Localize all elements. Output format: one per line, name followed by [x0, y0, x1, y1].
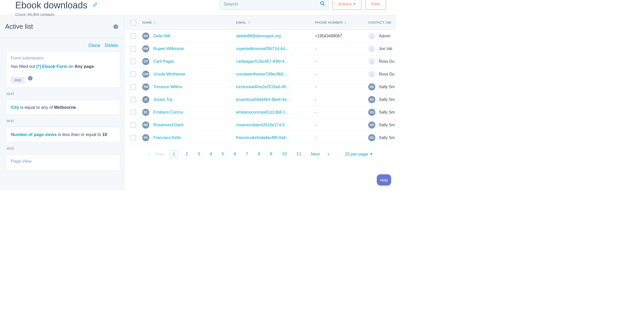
row-checkbox[interactable]: [131, 84, 136, 90]
contact-email[interactable]: jovanitoya59a4464-8be4-4e…: [236, 97, 291, 102]
row-checkbox[interactable]: [131, 71, 136, 77]
filter-token-link[interactable]: Number of page views: [11, 132, 57, 137]
col-owner[interactable]: CONTACT OW: [366, 21, 396, 24]
row-checkbox[interactable]: [131, 33, 136, 39]
pagination: ‹ Prev 1234567891011 Next › 25 per page: [124, 144, 396, 166]
page-number[interactable]: 7: [244, 150, 250, 158]
col-name[interactable]: NAME: [142, 21, 236, 24]
row-checkbox[interactable]: [131, 135, 136, 141]
contact-name[interactable]: Jovani Toy: [153, 97, 172, 102]
contact-avatar: RD: [142, 121, 149, 129]
next-link[interactable]: Next: [309, 151, 322, 158]
table-row[interactable]: CP Carli Pagac carlipagacf12bc457-43fd-4…: [124, 55, 396, 68]
row-checkbox[interactable]: [131, 97, 136, 102]
contact-name[interactable]: Carli Pagac: [153, 59, 174, 64]
contact-name[interactable]: Ursula Wintheiser: [153, 72, 185, 76]
save-button[interactable]: Save: [365, 0, 386, 10]
owner-avatar: SS: [368, 83, 375, 90]
col-email[interactable]: EMAIL: [236, 21, 315, 24]
contact-owner: Sally Sm: [379, 97, 395, 102]
contact-email[interactable]: franciscokirlinda4ecf89-0a4…: [236, 135, 290, 140]
filter-token-link[interactable]: City: [11, 105, 19, 110]
delete-link[interactable]: Delete: [105, 43, 118, 48]
contact-owner: Ross Du: [379, 59, 394, 64]
and-pill[interactable]: AND: [11, 77, 24, 83]
table-row[interactable]: EC Emiliano Conroy emilianoconroye61d13b…: [124, 106, 396, 119]
info-icon[interactable]: i: [28, 76, 33, 81]
contact-owner: Jon Val: [379, 47, 392, 51]
search-icon[interactable]: [320, 1, 325, 7]
page-number[interactable]: 5: [220, 150, 226, 158]
table-row[interactable]: JT Jovani Toy jovanitoya59a4464-8be4-4e……: [124, 93, 396, 106]
owner-avatar: [368, 45, 375, 52]
contact-email[interactable]: deliahilllf@demospot.org: [236, 34, 281, 38]
per-page-select[interactable]: 25 per page: [345, 152, 373, 157]
actions-button[interactable]: Actions: [332, 0, 361, 10]
next-chevron-icon[interactable]: ›: [327, 151, 329, 157]
contact-name[interactable]: Rupert Wilkinson: [153, 47, 184, 51]
svg-point-3: [371, 47, 372, 49]
table-row[interactable]: TW Torrance Willms torrancewillms2e2016e…: [124, 81, 396, 93]
page-number[interactable]: 10: [280, 150, 289, 158]
owner-avatar: [368, 71, 375, 78]
owner-avatar: [368, 58, 375, 65]
filter-card[interactable]: Number of page views is less than or equ…: [6, 127, 120, 142]
row-checkbox[interactable]: [131, 122, 136, 128]
contact-email[interactable]: ursulawintheiser7d9ec9b0-…: [236, 72, 289, 76]
sort-icon: [154, 21, 156, 24]
contact-avatar: FK: [142, 134, 149, 141]
table-row[interactable]: RD Rosamond Dach rosamonddach2616e17d-5……: [124, 119, 396, 131]
edit-icon[interactable]: [92, 2, 98, 8]
page-number[interactable]: 2: [184, 150, 190, 158]
col-phone[interactable]: PHONE NUMBER: [315, 21, 366, 24]
page-number[interactable]: 6: [232, 150, 238, 158]
filter-card[interactable]: Form submissionhas filled out [*] Ebook …: [6, 51, 120, 88]
page-number[interactable]: 8: [256, 150, 262, 158]
caret-down-icon: [353, 3, 356, 5]
contact-email[interactable]: rosamonddach2616e17d-5…: [236, 123, 289, 127]
table-row[interactable]: UW Ursula Wintheiser ursulawintheiser7d9…: [124, 68, 396, 81]
contact-avatar: EC: [142, 109, 149, 116]
table-row[interactable]: RW Rupert Wilkinson rupertwilkinsonef3fd…: [124, 42, 396, 55]
filter-card[interactable]: Page View: [6, 154, 120, 171]
clone-link[interactable]: Clone: [88, 43, 100, 48]
search-box[interactable]: [220, 0, 329, 10]
page-number[interactable]: 1: [170, 150, 178, 158]
search-input[interactable]: [223, 2, 320, 7]
contact-email[interactable]: rupertwilkinsonef3fd71d-4d…: [236, 47, 289, 51]
contact-email[interactable]: carlipagacf12bc457-43fd-4…: [236, 59, 288, 64]
contact-name[interactable]: Francisco Kirlin: [153, 135, 181, 140]
contact-name[interactable]: Emiliano Conroy: [153, 110, 183, 115]
row-checkbox[interactable]: [131, 59, 136, 64]
table-row[interactable]: FK Francisco Kirlin franciscokirlinda4ec…: [124, 131, 396, 144]
page-number[interactable]: 4: [208, 150, 214, 158]
filter-token-link[interactable]: [*] Ebook Form: [36, 64, 67, 69]
owner-avatar: SS: [368, 109, 375, 116]
table-body: DH Delia Hilll deliahilllf@demospot.org …: [124, 30, 396, 144]
caret-down-icon: [370, 153, 373, 155]
page-number[interactable]: 3: [196, 150, 202, 158]
save-label: Save: [371, 2, 380, 6]
contact-phone: -: [315, 135, 316, 140]
main: Active list i Clone Delete Form submissi…: [0, 15, 396, 191]
contact-owner: Ross Du: [379, 72, 394, 76]
contact-email[interactable]: emilianoconroye61d13b8-1…: [236, 110, 289, 115]
contact-email[interactable]: torrancewillms2e2016ed-40…: [236, 85, 290, 89]
page-number[interactable]: 11: [294, 150, 303, 158]
contact-name[interactable]: Delia Hilll: [153, 34, 170, 38]
contact-name[interactable]: Rosamond Dach: [153, 123, 184, 127]
title-area: Ebook downloads Count: 66,909 contacts: [15, 0, 98, 17]
select-all-checkbox[interactable]: [131, 20, 136, 25]
table-row[interactable]: DH Delia Hilll deliahilllf@demospot.org …: [124, 30, 396, 42]
contact-owner: Admin: [379, 34, 390, 38]
row-checkbox[interactable]: [131, 110, 136, 115]
actions-label: Actions: [338, 2, 351, 6]
filter-card[interactable]: City is equal to any of Melbourne: [6, 100, 120, 115]
sort-icon: [248, 21, 250, 24]
row-checkbox[interactable]: [131, 46, 136, 52]
info-icon[interactable]: i: [114, 24, 118, 29]
page-number[interactable]: 9: [268, 150, 274, 158]
contact-owner: Sally Sm: [379, 110, 395, 115]
contact-name[interactable]: Torrance Willms: [153, 85, 182, 89]
help-button[interactable]: Help: [377, 174, 391, 186]
